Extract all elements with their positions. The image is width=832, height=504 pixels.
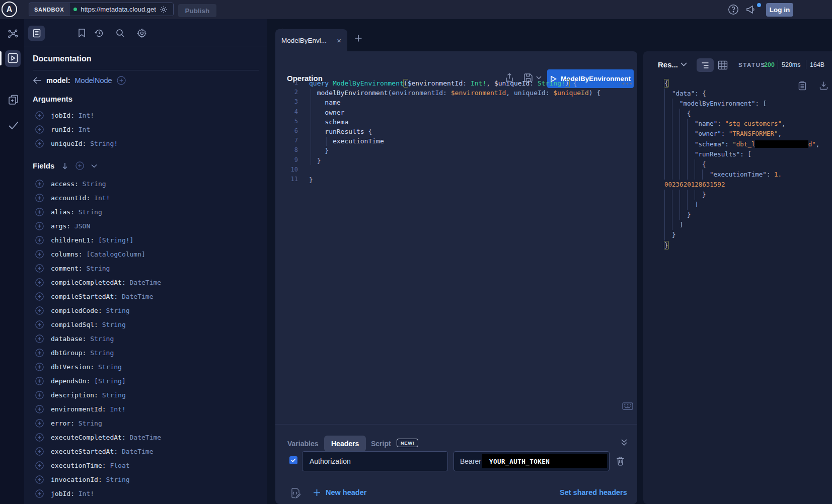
- endpoint-url-field[interactable]: https://metadata.cloud.getd: [69, 3, 173, 16]
- tab-headers[interactable]: Headers: [324, 436, 366, 452]
- add-field-icon[interactable]: [35, 475, 44, 484]
- field-type[interactable]: String!: [86, 140, 118, 147]
- add-field-icon[interactable]: [35, 405, 44, 413]
- field-type[interactable]: String: [83, 265, 110, 272]
- field-type[interactable]: [String]: [90, 377, 125, 385]
- add-field-icon[interactable]: [35, 125, 44, 134]
- doc-field-row[interactable]: args: JSON: [33, 219, 161, 233]
- add-field-icon[interactable]: [35, 391, 44, 399]
- add-field-icon[interactable]: [35, 208, 44, 216]
- doc-field-row[interactable]: dbtGroup: String: [33, 346, 161, 360]
- field-type[interactable]: String: [86, 349, 114, 357]
- add-type-icon[interactable]: [117, 76, 126, 85]
- tab-script[interactable]: Script: [371, 436, 391, 452]
- json-view-toggle[interactable]: [697, 58, 714, 72]
- add-field-icon[interactable]: [35, 419, 44, 428]
- field-type[interactable]: Int!: [106, 405, 126, 413]
- doc-field-row[interactable]: runId: Int: [33, 122, 118, 136]
- add-field-icon[interactable]: [35, 377, 44, 385]
- doc-field-row[interactable]: database: String: [33, 331, 161, 346]
- field-type[interactable]: String: [98, 321, 126, 328]
- doc-field-row[interactable]: description: String: [33, 388, 161, 402]
- add-field-icon[interactable]: [35, 264, 44, 273]
- field-type[interactable]: String: [102, 307, 130, 314]
- doc-field-row[interactable]: executionTime: Float: [33, 458, 161, 472]
- add-field-icon[interactable]: [35, 461, 44, 470]
- graphql-editor[interactable]: 1query ModelByEnvironment($environmentId…: [275, 78, 628, 184]
- field-type[interactable]: String: [94, 363, 122, 371]
- field-type[interactable]: DateTime: [118, 448, 153, 455]
- docs-type-name[interactable]: ModelNode: [75, 76, 112, 85]
- doc-field-row[interactable]: compiledSql: String: [33, 317, 161, 331]
- sort-fields-icon[interactable]: [61, 162, 68, 170]
- field-type[interactable]: DateTime: [126, 279, 161, 286]
- apollo-logo[interactable]: A: [2, 2, 17, 17]
- add-field-icon[interactable]: [35, 447, 44, 456]
- add-field-icon[interactable]: [35, 222, 44, 230]
- code-line[interactable]: 1query ModelByEnvironment($environmentId…: [275, 78, 628, 88]
- checks-icon[interactable]: [7, 120, 20, 131]
- add-field-icon[interactable]: [35, 334, 44, 343]
- header-enabled-checkbox[interactable]: [289, 456, 297, 464]
- doc-field-row[interactable]: jobId: Int!: [33, 486, 161, 500]
- endpoint-settings-icon[interactable]: [160, 6, 168, 14]
- delete-header-icon[interactable]: [616, 456, 625, 466]
- field-type[interactable]: String: [74, 419, 102, 427]
- code-line[interactable]: 2 modelByEnvironment(environmentId: $env…: [275, 88, 628, 97]
- add-field-icon[interactable]: [35, 180, 44, 188]
- header-value-input[interactable]: Bearer YOUR_AUTH_TOKEN: [453, 451, 610, 471]
- new-header-button[interactable]: New header: [313, 488, 366, 496]
- back-arrow-icon[interactable]: [33, 77, 42, 84]
- login-button[interactable]: Log in: [766, 3, 793, 17]
- field-type[interactable]: [String!]: [94, 236, 133, 244]
- operation-tab[interactable]: ModelByEnvi... ×: [275, 29, 347, 51]
- doc-field-row[interactable]: accountId: Int!: [33, 191, 161, 205]
- field-type[interactable]: String: [79, 180, 106, 188]
- field-type[interactable]: Int!: [74, 112, 94, 119]
- doc-field-row[interactable]: dbtVersion: String: [33, 360, 161, 374]
- doc-field-row[interactable]: comment: String: [33, 261, 161, 275]
- doc-field-row[interactable]: compileStartedAt: DateTime: [33, 289, 161, 303]
- collapse-section-icon[interactable]: [621, 439, 628, 446]
- add-field-icon[interactable]: [35, 433, 44, 442]
- doc-field-row[interactable]: jobId: Int!: [33, 108, 118, 122]
- field-type[interactable]: [CatalogColumn]: [83, 250, 145, 258]
- new-tab-icon[interactable]: [354, 34, 362, 42]
- field-type[interactable]: String: [86, 335, 114, 343]
- help-icon[interactable]: [727, 4, 739, 16]
- add-field-icon[interactable]: [35, 349, 44, 357]
- field-type[interactable]: DateTime: [126, 434, 161, 441]
- settings-icon[interactable]: [137, 28, 147, 38]
- response-json[interactable]: {"data": {"modelByEnvironment": [{"name"…: [643, 78, 832, 250]
- response-title[interactable]: Res...: [658, 60, 678, 69]
- chevron-down-icon[interactable]: [91, 164, 97, 168]
- documentation-tab-icon[interactable]: [28, 26, 45, 41]
- field-type[interactable]: Int!: [90, 194, 110, 202]
- add-field-icon[interactable]: [35, 250, 44, 259]
- code-line[interactable]: 5 schema: [275, 117, 628, 126]
- code-line[interactable]: 9 }: [275, 155, 628, 165]
- endpoint-url[interactable]: https://metadata.cloud.getd: [81, 6, 156, 13]
- code-line[interactable]: 3 name: [275, 97, 628, 107]
- set-shared-headers-link[interactable]: Set shared headers: [560, 488, 627, 496]
- code-line[interactable]: 7 executionTime: [275, 136, 628, 145]
- operation-tab-title[interactable]: ModelByEnvi...: [281, 37, 333, 44]
- add-field-icon[interactable]: [35, 363, 44, 371]
- add-field-icon[interactable]: [35, 278, 44, 287]
- doc-field-row[interactable]: dependsOn: [String]: [33, 374, 161, 388]
- field-type[interactable]: JSON: [70, 222, 90, 230]
- keyboard-shortcuts-icon[interactable]: [622, 402, 633, 410]
- doc-field-row[interactable]: executeCompletedAt: DateTime: [33, 430, 161, 444]
- history-icon[interactable]: [94, 28, 104, 38]
- close-tab-icon[interactable]: ×: [337, 37, 341, 44]
- publish-button[interactable]: Publish: [178, 4, 216, 17]
- code-line[interactable]: 8 }: [275, 145, 628, 155]
- doc-field-row[interactable]: environmentId: Int!: [33, 402, 161, 416]
- add-all-fields-icon[interactable]: [75, 161, 84, 170]
- doc-field-row[interactable]: columns: [CatalogColumn]: [33, 247, 161, 261]
- add-field-icon[interactable]: [35, 236, 44, 244]
- saved-operations-icon[interactable]: [78, 28, 86, 38]
- add-field-icon[interactable]: [35, 139, 44, 148]
- code-line[interactable]: 10: [275, 165, 628, 175]
- add-field-icon[interactable]: [35, 489, 44, 498]
